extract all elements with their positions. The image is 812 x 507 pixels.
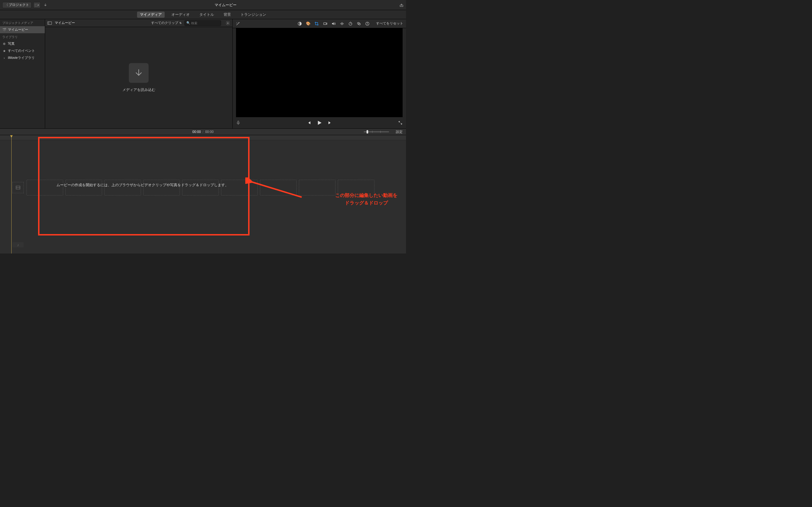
info-button[interactable] — [365, 21, 370, 26]
current-time: 00:00 — [192, 130, 201, 134]
timeline-ruler[interactable] — [0, 135, 406, 140]
updown-icon: ⇅ — [179, 21, 182, 24]
audio-track-icon: ♪ — [12, 242, 24, 247]
reset-all-button[interactable]: すべてをリセット — [376, 21, 403, 26]
library-sidebar: プロジェクトメディア 🎬 マイムービー ライブラリ ✲ 写真 ★ すべてのイベン… — [0, 19, 45, 128]
project-title: マイムービー — [59, 3, 393, 8]
media-browser: マイムービー すべてのクリップ ⇅ 🔍 メディアを読み込む — [45, 19, 232, 128]
voiceover-button[interactable] — [236, 120, 241, 126]
video-track-icon — [12, 182, 24, 193]
timecode-bar: 00:00 / 00:00 設定 — [0, 128, 406, 135]
sidebar-section-project-media: プロジェクトメディア — [0, 19, 45, 26]
search-input[interactable] — [191, 21, 219, 25]
palette-icon: 🎨 — [306, 21, 310, 25]
speed-button[interactable] — [348, 21, 353, 26]
sidebar-item-label: マイムービー — [8, 27, 28, 32]
timeline-placeholder-slots[interactable] — [27, 180, 374, 195]
timeline[interactable]: ♪ ムービーの作成を開始するには、上のブラウザからビデオクリップや写真をドラッグ… — [0, 135, 406, 253]
enhance-wand-button[interactable] — [236, 21, 241, 26]
svg-rect-2 — [48, 22, 52, 24]
timeline-zoom-slider[interactable] — [364, 131, 389, 132]
tab-audio[interactable]: オーディオ — [168, 11, 193, 18]
stabilization-button[interactable] — [322, 21, 327, 26]
video-preview[interactable] — [236, 28, 403, 117]
timeline-drop-hint: ムービーの作成を開始するには、上のブラウザからビデオクリップや写真をドラッグ＆ド… — [56, 182, 229, 187]
fullscreen-button[interactable] — [398, 121, 403, 125]
svg-point-13 — [349, 22, 352, 25]
total-time: 00:00 — [205, 130, 214, 134]
chevron-left-icon: 〈 — [5, 3, 8, 7]
play-button[interactable] — [316, 120, 322, 126]
search-icon: 🔍 — [186, 21, 190, 25]
browser-settings-button[interactable] — [225, 21, 230, 25]
svg-rect-7 — [324, 22, 326, 24]
volume-button[interactable] — [331, 21, 336, 26]
crop-button[interactable] — [314, 21, 319, 26]
tab-titles[interactable]: タイトル — [197, 11, 217, 18]
placeholder-slot[interactable] — [27, 180, 63, 195]
import-arrow-button[interactable] — [42, 3, 49, 7]
sidebar-section-library: ライブラリ — [0, 33, 45, 40]
flower-icon: ✲ — [2, 42, 6, 46]
svg-rect-19 — [238, 121, 239, 123]
filter-label: すべてのクリップ — [151, 20, 178, 25]
chevron-right-icon: › — [2, 56, 6, 60]
sidebar-item-project[interactable]: 🎬 マイムービー — [0, 26, 45, 33]
share-button[interactable] — [399, 3, 404, 7]
sidebar-toggle-button[interactable] — [47, 21, 52, 25]
annotation-text: この部分に編集したい動画を ドラッグ＆ドロップ — [335, 191, 398, 207]
sidebar-item-imovie-library[interactable]: › iMovieライブラリ — [0, 54, 45, 61]
color-balance-button[interactable] — [297, 21, 302, 26]
sidebar-item-all-events[interactable]: ★ すべてのイベント — [0, 47, 45, 54]
clapperboard-icon: 🎬 — [2, 28, 6, 32]
annotation-line1: この部分に編集したい動画を — [335, 193, 398, 198]
back-to-projects-button[interactable]: 〈 プロジェクト — [2, 2, 32, 8]
viewer-panel: 🎨 すべてをリセット — [232, 19, 406, 128]
annotation-line2: ドラッグ＆ドロップ — [345, 200, 388, 206]
film-music-icon: ⬚♪ — [35, 3, 39, 7]
placeholder-slot[interactable] — [104, 180, 141, 195]
search-field[interactable]: 🔍 — [185, 20, 221, 26]
noise-reduction-button[interactable] — [340, 21, 345, 26]
placeholder-slot[interactable] — [65, 180, 102, 195]
sidebar-item-label: 写真 — [8, 41, 15, 46]
title-bar: 〈 プロジェクト ⬚♪ マイムービー — [0, 0, 406, 10]
import-media-label: メディアを読み込む — [122, 87, 155, 93]
svg-point-18 — [367, 22, 367, 23]
browser-title: マイムービー — [55, 20, 75, 25]
placeholder-slot[interactable] — [143, 180, 180, 195]
placeholder-slot[interactable] — [221, 180, 258, 195]
color-correction-button[interactable]: 🎨 — [306, 21, 311, 26]
tab-transitions[interactable]: トランジション — [238, 11, 269, 18]
media-tabs: マイメディア オーディオ タイトル 背景 トランジション — [0, 10, 406, 19]
media-import-button[interactable]: ⬚♪ — [33, 2, 41, 8]
svg-point-4 — [227, 22, 229, 24]
import-media-button[interactable] — [129, 63, 149, 83]
sidebar-item-label: iMovieライブラリ — [8, 55, 35, 60]
next-frame-button[interactable] — [327, 120, 333, 125]
placeholder-slot[interactable] — [182, 180, 219, 195]
back-label: プロジェクト — [9, 3, 29, 7]
placeholder-slot[interactable] — [299, 180, 336, 195]
prev-frame-button[interactable] — [306, 120, 311, 125]
tab-backgrounds[interactable]: 背景 — [221, 11, 234, 18]
sidebar-item-photos[interactable]: ✲ 写真 — [0, 40, 45, 47]
clip-filter-dropdown[interactable]: すべてのクリップ ⇅ — [151, 20, 182, 25]
tab-my-media[interactable]: マイメディア — [137, 11, 165, 18]
clip-filter-button[interactable] — [356, 21, 361, 26]
placeholder-slot[interactable] — [260, 180, 297, 195]
star-icon: ★ — [2, 49, 6, 53]
sidebar-item-label: すべてのイベント — [8, 48, 35, 53]
timeline-settings-button[interactable]: 設定 — [396, 129, 403, 134]
